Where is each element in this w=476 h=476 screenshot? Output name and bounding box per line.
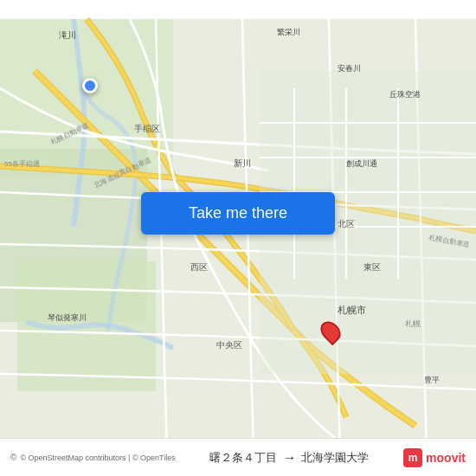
map-background: 滝川 繁栄川 安春川 手稲区 新川 創成川通 丘珠空港 北区 西区 東区 琴似発… bbox=[0, 0, 476, 476]
svg-text:手稲区: 手稲区 bbox=[134, 124, 160, 133]
route-text: 曙２条４丁目 → 北海学園大学 bbox=[209, 450, 369, 466]
moovit-logo: m moovit bbox=[403, 448, 466, 467]
svg-text:安春川: 安春川 bbox=[338, 64, 361, 73]
copyright-text: © OpenStreetMap contributors | © OpenTil… bbox=[20, 453, 175, 462]
take-me-there-button[interactable]: Take me there bbox=[141, 192, 335, 235]
svg-text:新川: 新川 bbox=[234, 158, 251, 168]
moovit-icon: m bbox=[403, 448, 422, 467]
svg-text:札幌: 札幌 bbox=[405, 319, 421, 328]
svg-text:札幌市: 札幌市 bbox=[338, 305, 366, 315]
map-container: 滝川 繁栄川 安春川 手稲区 新川 創成川通 丘珠空港 北区 西区 東区 琴似発… bbox=[0, 0, 476, 476]
bottom-bar: © © OpenStreetMap contributors | © OpenT… bbox=[0, 438, 476, 476]
svg-text:丘珠空港: 丘珠空港 bbox=[389, 90, 421, 99]
destination-text: 北海学園大学 bbox=[301, 450, 369, 466]
origin-text: 曙２条４丁目 bbox=[209, 450, 277, 466]
svg-text:東区: 東区 bbox=[363, 262, 381, 272]
copyright-icon: © bbox=[10, 453, 16, 462]
origin-marker bbox=[82, 78, 98, 93]
moovit-label: moovit bbox=[426, 451, 466, 465]
svg-text:中央区: 中央区 bbox=[216, 340, 242, 350]
svg-text:琴似発寒川: 琴似発寒川 bbox=[48, 313, 87, 322]
svg-text:豊平: 豊平 bbox=[424, 376, 440, 384]
copyright-section: © © OpenStreetMap contributors | © OpenT… bbox=[10, 453, 176, 462]
svg-text:西区: 西区 bbox=[190, 262, 208, 272]
svg-text:繁栄川: 繁栄川 bbox=[277, 28, 300, 36]
svg-text:創成川通: 創成川通 bbox=[346, 159, 377, 168]
svg-text:北区: 北区 bbox=[338, 219, 355, 228]
destination-marker bbox=[322, 320, 339, 343]
svg-text:滝川: 滝川 bbox=[59, 30, 76, 40]
arrow-icon: → bbox=[282, 450, 296, 466]
svg-text:55条手稲通: 55条手稲通 bbox=[4, 160, 40, 168]
